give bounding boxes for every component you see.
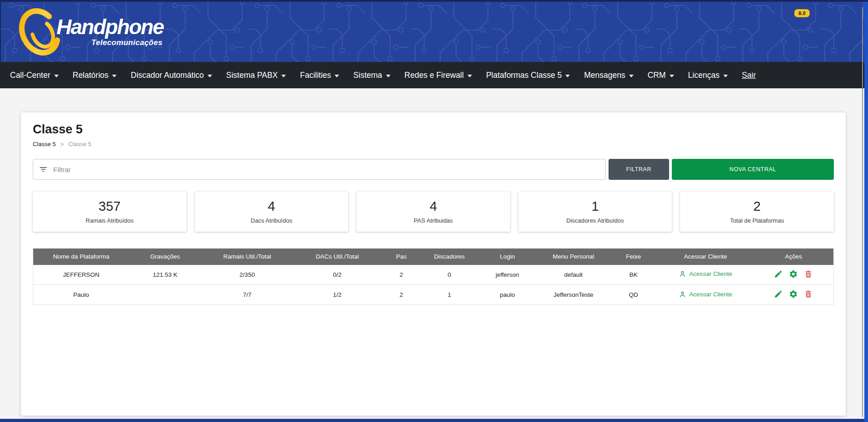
- stat-label: PAS Atribuidas: [414, 217, 453, 224]
- platforms-table: Nome da PlataformaGravaçõesRamais Util./…: [33, 248, 834, 305]
- person-icon: [679, 270, 686, 278]
- person-icon: [679, 290, 686, 298]
- edit-pencil-icon[interactable]: [774, 290, 783, 299]
- window-bottom-border: [0, 419, 868, 422]
- content-card: Classe 5 Classe 5 > Classe 5 FILTRAR NOV…: [21, 112, 846, 416]
- acessar-cliente-link[interactable]: Acessar Cliente: [679, 270, 732, 278]
- nav-item-label: Mensagens: [584, 71, 625, 80]
- column-header-grava-es: Gravações: [129, 249, 201, 265]
- stat-value: 4: [268, 199, 275, 214]
- cell-pas: 2: [381, 265, 421, 285]
- caret-down-icon: [112, 75, 117, 77]
- edit-pencil-icon[interactable]: [774, 269, 783, 279]
- stat-value: 1: [592, 199, 599, 214]
- page-title: Classe 5: [33, 122, 834, 137]
- cell-acoes: [754, 285, 834, 305]
- row-actions: [774, 269, 813, 279]
- nav-item-label: Sistema PABX: [226, 71, 278, 80]
- cell-login: jefferson: [477, 265, 538, 285]
- nav-item-plataformas-classe-5[interactable]: Plataformas Classe 5: [486, 71, 570, 80]
- cell-grava-es: [129, 285, 201, 305]
- stat-value: 2: [753, 199, 761, 214]
- nav-item-mensagens[interactable]: Mensagens: [584, 71, 633, 80]
- acessar-cliente-link[interactable]: Acessar Cliente: [679, 290, 732, 298]
- nav-item-label: Relatórios: [73, 71, 109, 80]
- caret-down-icon: [208, 75, 212, 77]
- cell-nome-da-plataforma: JEFFERSON: [33, 265, 129, 285]
- cell-login: paulo: [477, 285, 538, 305]
- nav-item-sistema[interactable]: Sistema: [353, 71, 390, 80]
- caret-down-icon: [723, 75, 728, 77]
- vertical-scrollbar[interactable]: [862, 7, 863, 417]
- caret-down-icon: [629, 75, 634, 77]
- settings-gear-icon[interactable]: [789, 269, 798, 279]
- nova-central-button[interactable]: NOVA CENTRAL: [672, 159, 834, 180]
- handphone-logo: Handphone Telecomunicações: [16, 6, 163, 57]
- settings-gear-icon[interactable]: [789, 290, 798, 299]
- nav-item-sair[interactable]: Sair: [742, 71, 756, 80]
- cell-discadores: 0: [421, 265, 477, 285]
- nav-item-discador-autom-tico[interactable]: Discador Automático: [131, 71, 212, 80]
- table-row: JEFFERSON121.53 K2/3500/220jeffersondefa…: [33, 265, 834, 285]
- delete-trash-icon[interactable]: [804, 269, 813, 279]
- stats-row: 357Ramais Atribuídos4Dacs Atribuídos4PAS…: [33, 192, 834, 232]
- nav-item-label: Facilities: [300, 71, 331, 80]
- caret-down-icon: [467, 75, 472, 77]
- table-header-row: Nome da PlataformaGravaçõesRamais Util./…: [33, 249, 834, 265]
- breadcrumb-item-parent[interactable]: Classe 5: [68, 141, 91, 147]
- nav-item-relat-rios[interactable]: Relatórios: [73, 71, 117, 80]
- cell-acessar-cliente: Acessar Cliente: [657, 285, 753, 305]
- column-header-ramais-util-total: Ramais Util./Total: [201, 249, 293, 265]
- nav-item-sistema-pabx[interactable]: Sistema PABX: [226, 71, 286, 80]
- cell-menu-personal: default: [538, 265, 609, 285]
- caret-down-icon: [335, 75, 339, 77]
- nav-item-crm[interactable]: CRM: [648, 71, 674, 80]
- column-header-feixe: Feixe: [609, 249, 658, 265]
- cell-discadores: 1: [421, 285, 477, 305]
- column-header-discadores: Discadores: [421, 249, 477, 265]
- window-top-border: [0, 0, 868, 2]
- nav-item-label: CRM: [648, 71, 666, 80]
- acessar-cliente-label: Acessar Cliente: [689, 291, 732, 298]
- logo-brand-text: Handphone: [56, 16, 163, 37]
- cell-ramais-util-total: 7/7: [201, 285, 293, 305]
- stat-card-total-de-plataformas: 2Total de Plataformas: [680, 192, 834, 232]
- caret-down-icon: [54, 75, 59, 77]
- nav-item-label: Sistema: [353, 71, 382, 80]
- column-header-menu-personal: Menu Personal: [538, 249, 609, 265]
- table-body: JEFFERSON121.53 K2/3500/220jeffersondefa…: [33, 265, 834, 305]
- window-right-border: [864, 2, 868, 422]
- nav-item-redes-e-firewall[interactable]: Redes e Firewall: [405, 71, 472, 80]
- nav-item-label: Licenças: [688, 71, 720, 80]
- nav-item-facilities[interactable]: Facilities: [300, 71, 339, 80]
- acessar-cliente-label: Acessar Cliente: [689, 270, 732, 277]
- delete-trash-icon[interactable]: [804, 290, 813, 299]
- nav-item-label: Plataformas Classe 5: [486, 71, 562, 80]
- column-header-dacs-util-total: DACs Util./Total: [293, 249, 381, 265]
- cell-acoes: [754, 265, 834, 285]
- breadcrumb-item-current[interactable]: Classe 5: [33, 141, 56, 147]
- column-header-login: Login: [477, 249, 538, 265]
- nav-item-label: Call-Center: [10, 71, 51, 80]
- cell-dacs-util-total: 1/2: [293, 285, 381, 305]
- filter-input[interactable]: [33, 159, 606, 180]
- column-header-pas: Pas: [381, 249, 421, 265]
- stat-card-discadores-atribu-dos: 1Discadores Atribuídos: [518, 192, 672, 232]
- stat-card-dacs-atribu-dos: 4Dacs Atribuídos: [195, 192, 349, 232]
- caret-down-icon: [565, 75, 570, 77]
- stat-label: Discadores Atribuídos: [566, 217, 624, 224]
- stat-value: 4: [430, 199, 437, 214]
- cell-nome-da-plataforma: Paulo: [33, 285, 129, 305]
- filter-toolbar: FILTRAR NOVA CENTRAL: [33, 159, 834, 180]
- nav-item-licen-as[interactable]: Licenças: [688, 71, 728, 80]
- version-badge: 8.0: [794, 9, 810, 17]
- breadcrumb: Classe 5 > Classe 5: [33, 141, 834, 147]
- column-header-acessar-cliente: Acessar Cliente: [657, 249, 753, 265]
- caret-down-icon: [386, 75, 391, 77]
- stat-label: Ramais Atribuídos: [86, 217, 134, 224]
- nav-item-call-center[interactable]: Call-Center: [10, 71, 59, 80]
- filtrar-button[interactable]: FILTRAR: [609, 159, 669, 180]
- cell-dacs-util-total: 0/2: [293, 265, 381, 285]
- cell-feixe: QD: [609, 285, 658, 305]
- cell-ramais-util-total: 2/350: [201, 265, 293, 285]
